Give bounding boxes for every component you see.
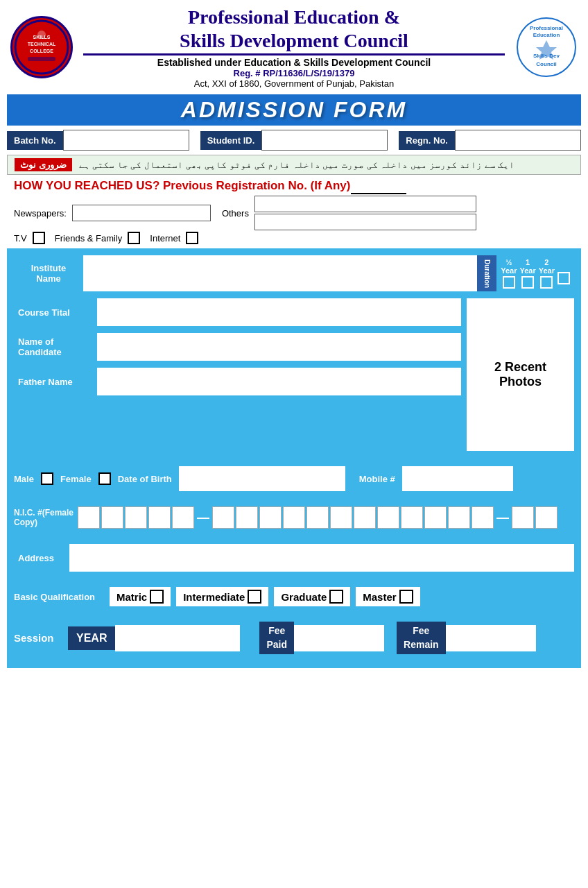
mobile-label: Mobile # bbox=[359, 474, 395, 484]
nic-box-15[interactable] bbox=[424, 506, 447, 529]
matric-checkbox[interactable] bbox=[150, 590, 164, 604]
note-badge: ضروری نوٹ bbox=[15, 158, 72, 171]
address-row: Address bbox=[14, 544, 574, 572]
course-row: Course Tital bbox=[14, 298, 461, 326]
header-divider bbox=[83, 53, 505, 56]
tv-checkbox[interactable] bbox=[33, 232, 45, 244]
matric-item: Matric bbox=[110, 587, 171, 606]
tv-label: T.V bbox=[14, 233, 27, 244]
year-label: YEAR bbox=[68, 626, 115, 650]
master-label: Master bbox=[363, 591, 396, 603]
fee-remain-input[interactable] bbox=[446, 625, 536, 651]
candidate-row: Name of Candidate bbox=[14, 333, 461, 361]
nic-box-11[interactable] bbox=[330, 506, 352, 529]
org-reg: Reg. # RP/11636/L/S/19/1379 bbox=[76, 68, 512, 78]
half-year-option: ½ Year bbox=[501, 258, 517, 289]
friends-checkbox[interactable] bbox=[128, 232, 140, 244]
fee-paid-block: Fee Paid bbox=[259, 622, 384, 654]
nic-box-10[interactable] bbox=[306, 506, 329, 529]
nic-dash-2: — bbox=[495, 511, 510, 525]
candidate-input[interactable] bbox=[97, 333, 461, 361]
batch-row: Batch No. Student ID. Regn. No. bbox=[7, 130, 581, 151]
extra-checkbox[interactable] bbox=[557, 272, 570, 284]
graduate-label: Graduate bbox=[281, 591, 327, 603]
session-label: Session bbox=[14, 632, 62, 644]
internet-label: Internet bbox=[150, 233, 180, 244]
nic-dash-1: — bbox=[196, 511, 211, 525]
nic-box-16[interactable] bbox=[448, 506, 470, 529]
nic-box-12[interactable] bbox=[354, 506, 376, 529]
photos-box: 2 Recent Photos bbox=[467, 298, 574, 451]
nic-box-19[interactable] bbox=[535, 506, 557, 529]
note-text: ایک سے زائد کورسز میں داخلہ کی صورت میں … bbox=[79, 160, 515, 170]
course-input[interactable] bbox=[97, 298, 461, 326]
nic-box-5[interactable] bbox=[172, 506, 194, 529]
female-checkbox[interactable] bbox=[98, 472, 111, 485]
logo-left: SKILLS TECHNICAL COLLEGE bbox=[7, 16, 76, 78]
address-input[interactable] bbox=[69, 544, 574, 572]
institute-input[interactable] bbox=[83, 255, 477, 291]
main-form: Institute Name Duration ½ Year 1 Year 2 … bbox=[7, 248, 581, 668]
org-subtitle: Established under Education & Skills Dev… bbox=[76, 57, 512, 68]
reached-newspapers-row: Newspapers: Others bbox=[14, 196, 574, 230]
one-year-checkbox[interactable] bbox=[521, 276, 534, 289]
course-label: Course Tital bbox=[14, 305, 97, 321]
mobile-input[interactable] bbox=[402, 466, 513, 491]
others-input-bottom[interactable] bbox=[254, 214, 476, 230]
admission-title: ADMISSION FORM bbox=[181, 97, 407, 122]
svg-point-0 bbox=[15, 21, 68, 74]
intermediate-checkbox[interactable] bbox=[248, 590, 261, 604]
institute-row: Institute Name Duration ½ Year 1 Year 2 … bbox=[14, 255, 574, 291]
friends-label: Friends & Family bbox=[55, 233, 123, 244]
year-input[interactable] bbox=[115, 625, 240, 651]
male-label: Male bbox=[14, 474, 34, 484]
father-label: Father Name bbox=[14, 374, 97, 390]
others-input-top[interactable] bbox=[254, 196, 476, 212]
institute-label: Institute Name bbox=[14, 255, 83, 291]
father-input[interactable] bbox=[97, 368, 461, 395]
half-year-checkbox[interactable] bbox=[503, 276, 515, 289]
fee-remain-block: Fee Remain bbox=[397, 622, 536, 654]
nic-box-2[interactable] bbox=[101, 506, 123, 529]
nic-box-17[interactable] bbox=[472, 506, 494, 529]
session-year-block: YEAR bbox=[68, 625, 240, 651]
nic-box-8[interactable] bbox=[259, 506, 282, 529]
header: SKILLS TECHNICAL COLLEGE Professional Ed… bbox=[0, 0, 588, 92]
student-id-input[interactable] bbox=[261, 130, 388, 151]
nic-box-6[interactable] bbox=[212, 506, 234, 529]
org-title-line2: Skills Development Council bbox=[76, 29, 512, 53]
how-reached-section: HOW YOU REACHED US? Previous Registratio… bbox=[7, 179, 581, 244]
nic-box-14[interactable] bbox=[401, 506, 423, 529]
graduate-item: Graduate bbox=[274, 587, 350, 606]
nic-box-1[interactable] bbox=[78, 506, 100, 529]
dob-input[interactable] bbox=[179, 466, 345, 491]
fee-paid-input[interactable] bbox=[294, 625, 384, 651]
master-checkbox[interactable] bbox=[399, 590, 413, 604]
nic-box-18[interactable] bbox=[512, 506, 534, 529]
svg-text:TECHNICAL: TECHNICAL bbox=[28, 42, 56, 46]
nic-box-9[interactable] bbox=[283, 506, 305, 529]
dob-label: Date of Birth bbox=[118, 474, 172, 484]
fee-remain-label: Fee Remain bbox=[397, 622, 446, 654]
nic-row: N.I.C. #(Female Copy) — — bbox=[14, 506, 574, 529]
two-year-option: 2 Year bbox=[539, 258, 555, 289]
batch-input[interactable] bbox=[63, 130, 189, 151]
svg-text:Council: Council bbox=[536, 61, 556, 67]
male-checkbox[interactable] bbox=[41, 472, 53, 485]
address-label: Address bbox=[14, 550, 69, 566]
extra-option bbox=[557, 262, 570, 284]
nic-box-3[interactable] bbox=[125, 506, 147, 529]
two-year-checkbox[interactable] bbox=[540, 276, 553, 289]
nic-box-4[interactable] bbox=[148, 506, 171, 529]
newspapers-input[interactable] bbox=[72, 205, 211, 221]
nic-box-13[interactable] bbox=[377, 506, 399, 529]
graduate-checkbox[interactable] bbox=[329, 590, 343, 604]
org-title-line1: Professional Education & bbox=[76, 6, 512, 29]
student-id-label: Student ID. bbox=[200, 131, 262, 150]
internet-checkbox[interactable] bbox=[186, 232, 198, 244]
svg-text:COLLEGE: COLLEGE bbox=[30, 49, 53, 53]
duration-label: Duration bbox=[477, 255, 496, 291]
nic-box-7[interactable] bbox=[236, 506, 258, 529]
nic-label: N.I.C. #(Female Copy) bbox=[14, 508, 76, 527]
regn-input[interactable] bbox=[455, 130, 581, 151]
